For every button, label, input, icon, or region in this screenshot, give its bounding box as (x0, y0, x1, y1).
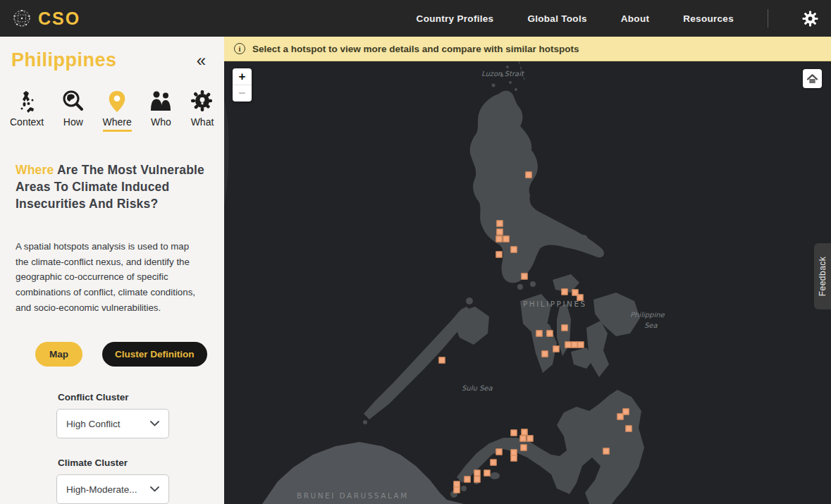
nav-global-tools[interactable]: Global Tools (527, 13, 586, 24)
hotspot-marker[interactable] (503, 236, 510, 242)
hotspot-marker[interactable] (562, 325, 568, 331)
map-button[interactable]: Map (35, 342, 82, 367)
climate-cluster-value: High-Moderate... (66, 484, 137, 495)
notice-banner: i Select a hotspot to view more details … (224, 37, 831, 61)
tab-context[interactable]: Context (10, 88, 44, 132)
hotspot-marker[interactable] (464, 477, 471, 483)
zoom-in-button[interactable]: + (233, 68, 252, 85)
globe-magnifier-icon (61, 88, 85, 113)
conflict-cluster-label: Conflict Cluster (58, 392, 224, 402)
sidebar: Philippines « Context (0, 37, 224, 504)
network-globe-icon (11, 8, 32, 29)
hotspot-marker[interactable] (522, 429, 528, 436)
tab-where[interactable]: Where (103, 88, 132, 132)
hotspot-marker[interactable] (536, 331, 543, 337)
hotspot-marker[interactable] (496, 236, 503, 242)
view-toggle: Map Cluster Definition (0, 342, 224, 367)
hotspot-marker[interactable] (542, 351, 548, 357)
map-canvas[interactable]: Luzon StraitPHILIPPINESPhilippineSeaSulu… (224, 61, 831, 504)
hotspot-marker[interactable] (474, 470, 481, 477)
hotspot-marker[interactable] (553, 346, 560, 352)
notice-text: Select a hotspot to view more details an… (252, 44, 579, 54)
tab-label: How (63, 116, 83, 132)
section-description: A spatial hotspots analysis is used to m… (0, 239, 211, 315)
hotspot-marker[interactable] (521, 445, 527, 451)
logo-text: CSO (38, 8, 80, 29)
hotspot-marker[interactable] (527, 436, 534, 442)
hotspot-marker[interactable] (577, 295, 584, 301)
nav-about[interactable]: About (621, 13, 649, 24)
collapse-sidebar-icon[interactable]: « (197, 52, 206, 69)
zoom-out-button[interactable]: − (233, 85, 252, 102)
hotspot-marker[interactable] (491, 460, 497, 466)
hotspot-marker[interactable] (496, 449, 503, 455)
hotspot-marker[interactable] (454, 487, 460, 493)
hotspot-marker[interactable] (626, 426, 632, 432)
hotspot-marker[interactable] (623, 409, 629, 415)
hotspot-marker[interactable] (617, 414, 624, 420)
chevron-down-icon (150, 421, 159, 426)
tab-label: Context (10, 116, 44, 132)
feedback-tab[interactable]: Feedback (814, 243, 831, 309)
hotspot-marker[interactable] (496, 252, 503, 258)
philippines-map-icon (15, 88, 39, 113)
hotspot-marker[interactable] (511, 455, 517, 462)
hotspot-marker[interactable] (547, 331, 553, 337)
conflict-cluster-value: High Conflict (66, 419, 121, 429)
tab-who[interactable]: Who (149, 88, 173, 132)
hotspot-marker[interactable] (526, 172, 532, 178)
nav-divider (768, 9, 768, 27)
question-highlight: Where (16, 163, 54, 177)
people-icon (149, 88, 173, 113)
hotspot-marker[interactable] (474, 477, 481, 483)
map-area: i Select a hotspot to view more details … (224, 37, 831, 504)
gear-bulb-icon (190, 88, 214, 113)
map-pin-icon (106, 88, 128, 113)
hotspot-marker[interactable] (565, 342, 572, 348)
hotspot-marker[interactable] (484, 470, 491, 477)
top-navbar: CSO Country Profiles Global Tools About … (0, 0, 831, 37)
hotspot-marker[interactable] (572, 342, 578, 348)
hotspot-marker[interactable] (497, 221, 503, 227)
hotspot-marker[interactable] (520, 436, 527, 442)
nav-items: Country Profiles Global Tools About Reso… (417, 9, 831, 27)
settings-gear-icon[interactable] (802, 11, 818, 27)
hotspot-marker[interactable] (603, 448, 610, 455)
tab-what[interactable]: What (190, 88, 214, 132)
hotspot-marker[interactable] (522, 273, 528, 280)
climate-cluster-select[interactable]: High-Moderate... (56, 474, 169, 504)
conflict-cluster-filter: Conflict Cluster High Conflict (0, 392, 224, 438)
chevron-down-icon (150, 486, 159, 492)
app-logo[interactable]: CSO (0, 8, 80, 29)
nav-resources[interactable]: Resources (683, 13, 734, 24)
section-tabs: Context How Where (0, 88, 224, 132)
tab-label: What (191, 116, 214, 132)
climate-cluster-filter: Climate Cluster High-Moderate... (0, 457, 224, 504)
section-question: Where Are The Most Vulnerable Areas To C… (0, 161, 224, 212)
conflict-cluster-select[interactable]: High Conflict (56, 409, 169, 438)
nav-country-profiles[interactable]: Country Profiles (417, 13, 494, 24)
hotspot-marker[interactable] (497, 229, 503, 235)
hotspot-marker[interactable] (562, 289, 568, 295)
hotspot-marker[interactable] (439, 357, 445, 364)
home-extent-button[interactable] (803, 69, 822, 88)
country-title: Philippines (11, 49, 117, 71)
home-icon (807, 74, 818, 84)
hotspot-marker[interactable] (511, 430, 517, 436)
cluster-definition-button[interactable]: Cluster Definition (102, 342, 207, 367)
info-icon: i (234, 43, 245, 54)
tab-how[interactable]: How (61, 88, 85, 132)
feedback-label: Feedback (818, 257, 827, 297)
climate-cluster-label: Climate Cluster (58, 457, 224, 468)
tab-label: Where (103, 116, 132, 132)
hotspot-marker[interactable] (511, 247, 517, 253)
hotspot-marker[interactable] (578, 342, 584, 348)
tab-label: Who (151, 116, 171, 132)
zoom-control: + − (233, 68, 252, 102)
